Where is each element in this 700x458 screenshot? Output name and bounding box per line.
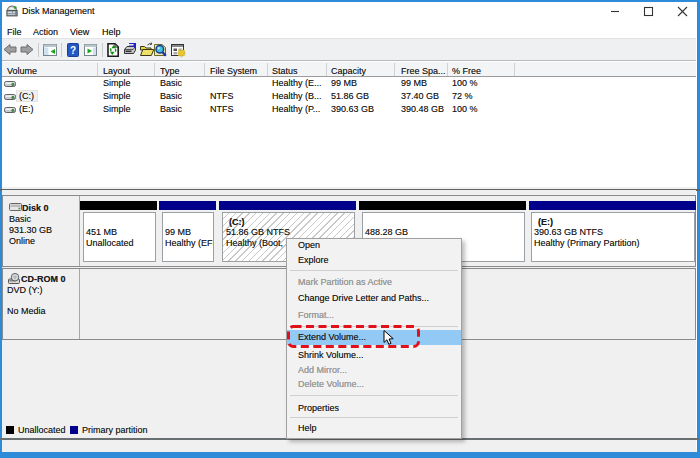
svg-text:?: ?	[70, 45, 76, 56]
